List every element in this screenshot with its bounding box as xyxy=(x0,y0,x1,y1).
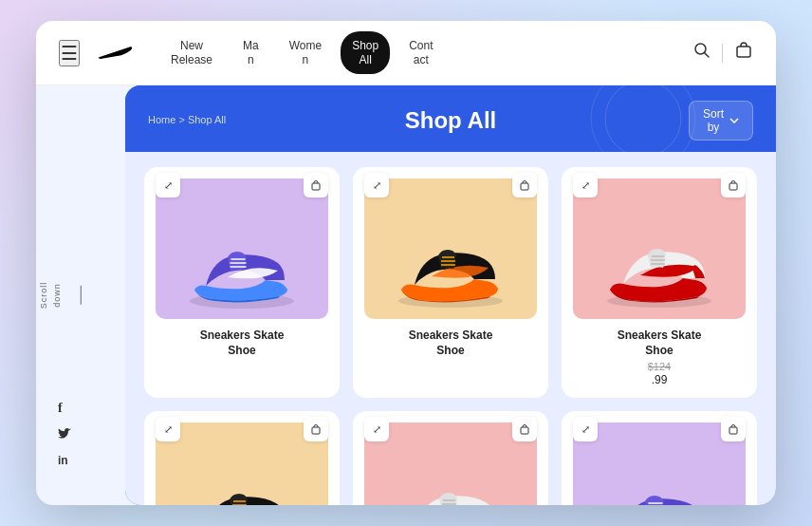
main-content: Home > Shop All Shop All Sortby ⤢ xyxy=(125,85,776,505)
sidebar-left: Scroll down f in xyxy=(51,85,78,505)
svg-rect-11 xyxy=(521,183,528,190)
svg-line-1 xyxy=(705,53,710,58)
cart-button-3[interactable] xyxy=(721,173,746,197)
product-card-2[interactable]: ⤢ xyxy=(353,167,548,398)
product-card-4[interactable]: ⤢ xyxy=(144,411,340,505)
product-card-1[interactable]: ⤢ xyxy=(144,167,340,398)
svg-point-5 xyxy=(586,85,700,161)
original-price-3: $124 xyxy=(648,361,671,372)
svg-rect-16 xyxy=(729,183,737,190)
product-info-1: Sneakers SkateShoe xyxy=(144,319,340,369)
card-actions-1: ⤢ xyxy=(156,173,328,197)
product-grid: ⤢ xyxy=(144,167,757,505)
expand-button-6[interactable]: ⤢ xyxy=(573,417,598,441)
svg-rect-31 xyxy=(729,427,737,434)
page-title: Shop All xyxy=(405,107,496,134)
facebook-icon[interactable]: f xyxy=(58,401,71,416)
card-actions-3: ⤢ xyxy=(573,173,746,197)
expand-button-5[interactable]: ⤢ xyxy=(364,417,389,441)
nav-item-women[interactable]: Women xyxy=(278,31,333,74)
expand-button-1[interactable]: ⤢ xyxy=(156,173,180,197)
header-actions xyxy=(693,41,753,65)
card-actions-4: ⤢ xyxy=(156,417,328,441)
nav-item-new-release[interactable]: NewRelease xyxy=(159,31,224,74)
svg-rect-21 xyxy=(312,427,320,434)
cart-button-6[interactable] xyxy=(721,417,746,441)
product-image-area-5: ⤢ xyxy=(353,411,548,505)
shop-header: Home > Shop All Shop All Sortby xyxy=(125,85,776,152)
product-card-3[interactable]: ⤢ xyxy=(562,167,757,398)
expand-button-2[interactable]: ⤢ xyxy=(364,173,389,197)
nav-item-man[interactable]: Man xyxy=(231,31,270,74)
browser-window: ☰ NewRelease Man Women ShopAll Contact xyxy=(36,21,776,505)
product-info-3: Sneakers SkateShoe $124 .99 xyxy=(562,319,757,398)
expand-button-4[interactable]: ⤢ xyxy=(156,417,180,441)
nav-item-contact[interactable]: Contact xyxy=(397,31,444,74)
product-name-1: Sneakers SkateShoe xyxy=(156,329,328,358)
svg-rect-26 xyxy=(521,427,528,434)
product-card-6[interactable]: ⤢ xyxy=(562,411,757,505)
shoe-image-5 xyxy=(384,479,517,505)
shoe-image-4 xyxy=(175,479,308,505)
product-grid-wrapper: ⤢ xyxy=(125,152,776,505)
header: ☰ NewRelease Man Women ShopAll Contact xyxy=(36,21,776,85)
cart-button-5[interactable] xyxy=(512,417,537,441)
shoe-image-2 xyxy=(384,235,517,315)
svg-rect-6 xyxy=(312,183,320,190)
nav-item-shop-all[interactable]: ShopAll xyxy=(341,31,390,74)
shoe-image-3 xyxy=(593,235,726,315)
expand-button-3[interactable]: ⤢ xyxy=(573,173,598,197)
cart-icon[interactable] xyxy=(734,41,753,65)
product-name-3: Sneakers SkateShoe xyxy=(573,329,746,358)
card-actions-2: ⤢ xyxy=(364,173,537,197)
nike-logo[interactable] xyxy=(95,32,137,74)
product-card-5[interactable]: ⤢ xyxy=(353,411,548,505)
product-image-area-2: ⤢ xyxy=(353,167,548,319)
header-divider xyxy=(722,44,723,63)
twitter-icon[interactable] xyxy=(58,427,71,442)
product-image-area-4: ⤢ xyxy=(144,411,340,505)
main-nav: NewRelease Man Women ShopAll Contact xyxy=(159,31,693,74)
product-image-area-3: ⤢ xyxy=(562,167,757,319)
search-icon[interactable] xyxy=(693,42,710,64)
product-price-3: $124 .99 xyxy=(573,360,746,386)
card-actions-5: ⤢ xyxy=(364,417,537,441)
svg-point-3 xyxy=(605,85,681,157)
cart-button-1[interactable] xyxy=(304,173,328,197)
scroll-down-indicator: Scroll down xyxy=(39,282,90,310)
product-info-2: Sneakers SkateShoe xyxy=(353,319,548,369)
hamburger-button[interactable]: ☰ xyxy=(59,40,80,66)
social-icons: f in xyxy=(58,401,71,467)
product-name-2: Sneakers SkateShoe xyxy=(364,329,537,358)
shoe-image-6 xyxy=(593,479,726,505)
cart-button-2[interactable] xyxy=(512,173,537,197)
cart-button-4[interactable] xyxy=(304,417,328,441)
breadcrumb: Home > Shop All xyxy=(148,113,226,127)
product-image-area-1: ⤢ xyxy=(144,167,340,319)
shoe-image-1 xyxy=(175,235,308,315)
sale-price-3: .99 xyxy=(573,373,746,386)
card-actions-6: ⤢ xyxy=(573,417,746,441)
svg-point-4 xyxy=(591,85,695,161)
linkedin-icon[interactable]: in xyxy=(58,454,71,467)
svg-rect-2 xyxy=(737,47,750,57)
product-image-area-6: ⤢ xyxy=(562,411,757,505)
